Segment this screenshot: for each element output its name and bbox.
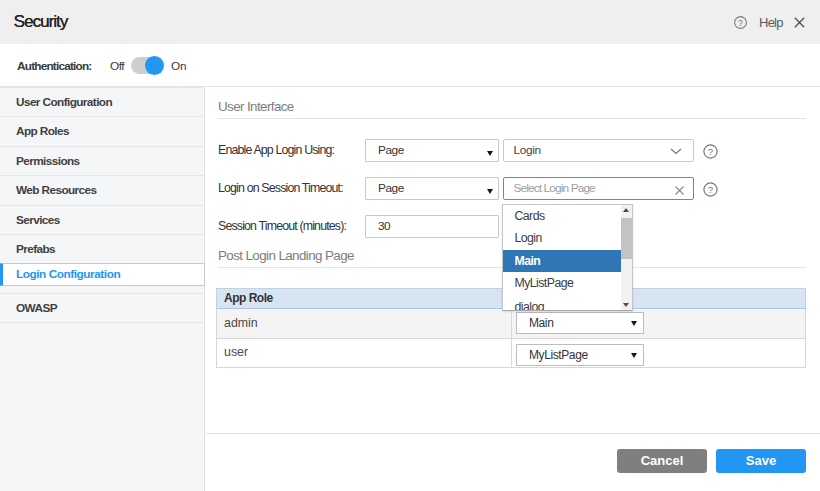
svg-text:?: ? bbox=[708, 146, 713, 157]
svg-text:?: ? bbox=[708, 184, 713, 195]
svg-text:?: ? bbox=[738, 18, 743, 28]
